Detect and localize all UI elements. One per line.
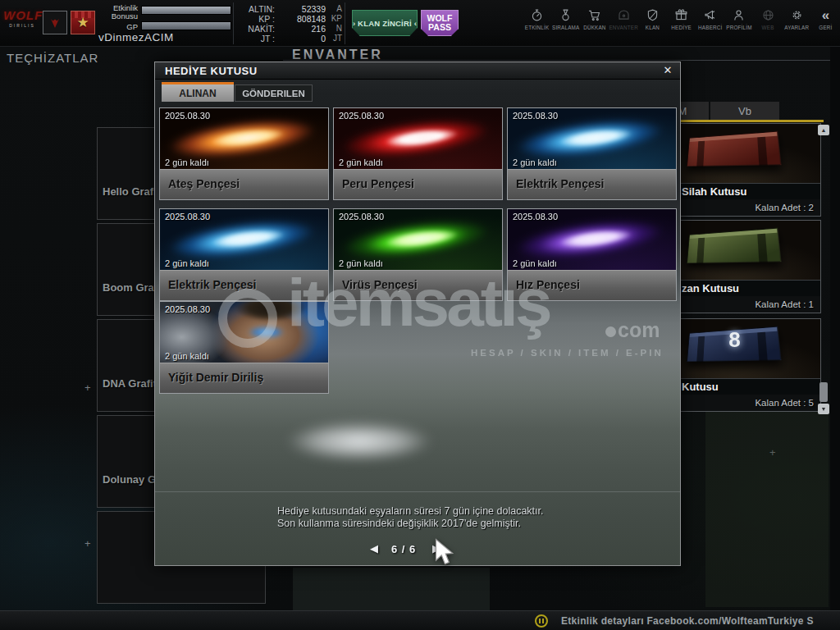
gift-date: 2025.08.30: [165, 212, 210, 221]
menu-item-web[interactable]: WEB: [754, 8, 783, 43]
currency-row: JT : 0 JT: [237, 34, 342, 43]
gift-time-left: 2 gün kaldı: [339, 258, 383, 268]
shield-icon: [646, 8, 660, 22]
item-name: DNA Grafiti: [103, 377, 160, 390]
menu-item-dukkan[interactable]: DÜKKAN: [580, 8, 609, 43]
dialog-title: HEDİYE KUTUSU: [165, 65, 258, 77]
expiry-notice: Hediye kutusundaki eşyaların süresi 7 gü…: [277, 505, 544, 530]
star-badge[interactable]: ★: [71, 11, 95, 34]
menu-item-hediye[interactable]: HEDİYE: [667, 8, 696, 43]
gift-date: 2025.08.30: [339, 111, 384, 121]
medal-icon: [559, 8, 573, 22]
gift-time-left: 2 gün kaldı: [339, 158, 383, 167]
logo-text: WOLF: [3, 8, 41, 22]
equipment-section-title: TEÇHİZATLAR: [7, 51, 98, 65]
star-icon: ★: [76, 16, 89, 30]
dialog-title-bar: HEDİYE KUTUSU ✕: [155, 62, 680, 80]
gift-card[interactable]: 2025.08.30 2 gün kaldı Ateş Pençesi: [159, 107, 329, 200]
gift-date: 2025.08.30: [165, 111, 210, 121]
gift-image-character: 2025.08.30 2 gün kaldı: [160, 302, 328, 363]
wolf-pass-button[interactable]: WOLF PASS: [421, 10, 459, 36]
gift-time-left: 2 gün kaldı: [165, 351, 209, 361]
back-chevrons-icon: «: [822, 8, 829, 22]
menu-item-haberci[interactable]: HABERCİ: [696, 8, 724, 43]
gift-image-electric: 2025.08.30 2 gün kaldı: [508, 108, 676, 169]
gift-image-peru: 2025.08.30 2 gün kaldı: [334, 108, 502, 169]
clan-badge[interactable]: [43, 11, 67, 34]
scroll-up-button[interactable]: ▲: [818, 125, 829, 135]
person-icon: [732, 8, 746, 22]
background-panel: [705, 410, 829, 607]
blurred-background-blob: [286, 422, 432, 461]
tab-alinan[interactable]: ALINAN: [162, 82, 234, 102]
gift-card[interactable]: 2025.08.30 2 gün kaldı Elektrik Pençesi: [507, 107, 677, 200]
pause-icon[interactable]: [535, 614, 548, 628]
right-tab-vb[interactable]: Vb: [710, 102, 779, 120]
gift-image-electric: 2025.08.30 2 gün kaldı: [160, 209, 328, 270]
chest-icon: [617, 8, 631, 22]
gift-date: 2025.08.30: [513, 212, 558, 221]
gift-image-speed: 2025.08.30 2 gün kaldı: [508, 209, 676, 270]
gp-fill: [142, 22, 231, 30]
currency-row: NAKİT: 216 N: [237, 24, 342, 34]
gift-card[interactable]: 2025.08.30 2 gün kaldı Elektrik Pençesi: [159, 208, 329, 301]
divider: [345, 2, 345, 44]
menu-item-ayarlar[interactable]: AYARLAR: [783, 8, 811, 43]
gift-card[interactable]: 2025.08.30 2 gün kaldı Peru Pençesi: [333, 107, 503, 200]
gift-date: 2025.08.30: [165, 304, 210, 314]
currency-row: KP : 808148 KP: [237, 14, 342, 24]
scroll-down-button[interactable]: ▼: [818, 404, 829, 414]
tab-gonderilen[interactable]: GÖNDERILEN: [235, 84, 313, 102]
item-name: Hello Grafi: [103, 185, 157, 198]
gift-date: 2025.08.30: [339, 212, 384, 221]
menu-item-klan[interactable]: KLAN: [638, 8, 667, 43]
header-divider: [283, 60, 840, 61]
gift-name: Hız Pençesi: [508, 270, 676, 300]
gp-bar: [141, 21, 231, 30]
scrollbar-thumb[interactable]: [819, 382, 828, 402]
username: vDinmezACIM: [98, 31, 174, 43]
gift-card[interactable]: 2025.08.30 2 gün kaldı Yiğit Demir Diril…: [159, 301, 329, 394]
gift-image-virus: 2025.08.30 2 gün kaldı: [334, 209, 502, 270]
top-hud-bar: WOLF DIRILIS ★ Etkinlik Bonusu GP vDinme…: [0, 0, 840, 47]
menu-item-profilim[interactable]: PROFİLİM: [724, 8, 753, 43]
ticker-text: Etkinlik detayları Facebook.com/Wolfteam…: [561, 611, 814, 630]
currency-row: ALTIN: 52339 A: [237, 4, 342, 14]
menu-item-geri[interactable]: « GERİ: [811, 8, 840, 43]
gear-icon: [790, 8, 804, 22]
gp-label: GP: [103, 22, 138, 31]
plus-decoration: +: [84, 538, 91, 549]
klan-zinciri-button[interactable]: › KLAN ZİNCİRİ ‹: [352, 10, 418, 36]
background-panel: [293, 568, 490, 610]
item-name: Boom Graf: [103, 281, 158, 294]
gift-time-left: 2 gün kaldı: [165, 258, 209, 268]
event-bonus-fill: [142, 7, 231, 14]
plus-decoration: +: [84, 382, 91, 393]
gift-name: Ateş Pençesi: [160, 169, 328, 199]
tab-label: Vb: [738, 105, 751, 117]
megaphone-icon: [703, 8, 717, 22]
gift-time-left: 2 gün kaldı: [513, 258, 557, 268]
stopwatch-icon: [530, 8, 544, 22]
gift-icon: [674, 8, 688, 22]
menu-item-etkinlik[interactable]: ETKİNLİK: [523, 8, 551, 43]
page-prev-button[interactable]: ◀: [367, 541, 381, 556]
menu-item-siralama[interactable]: SIRALAMA: [551, 8, 580, 43]
game-screen: TEÇHİZATLAR ENVANTER Hello Grafi Boom Gr…: [0, 0, 840, 630]
gift-card[interactable]: 2025.08.30 2 gün kaldı Hız Pençesi: [507, 208, 677, 301]
clan-emblem-icon: [48, 17, 62, 29]
gift-image-fire: 2025.08.30 2 gün kaldı: [160, 108, 328, 169]
gift-name: Yiğit Demir Diriliş: [160, 363, 328, 393]
gift-card[interactable]: 2025.08.30 2 gün kaldı Virüs Pençesi: [333, 208, 503, 301]
close-icon[interactable]: ✕: [661, 64, 674, 77]
dialog-divider: [155, 491, 681, 492]
menu-item-envanter[interactable]: ENVANTER: [609, 8, 637, 43]
gift-box-dialog: HEDİYE KUTUSU ✕ ALINAN GÖNDERILEN 2025.0…: [154, 62, 681, 566]
page-next-button[interactable]: ▶: [429, 541, 444, 556]
event-bonus-label: Etkinlik Bonusu: [103, 4, 138, 21]
news-ticker-bar: Etkinlik detayları Facebook.com/Wolfteam…: [0, 610, 840, 630]
page-indicator: 6 / 6: [391, 543, 416, 555]
gift-date: 2025.08.30: [513, 111, 558, 121]
gift-name: Elektrik Pençesi: [160, 270, 328, 300]
wolfteam-logo: WOLF DIRILIS: [3, 8, 41, 41]
